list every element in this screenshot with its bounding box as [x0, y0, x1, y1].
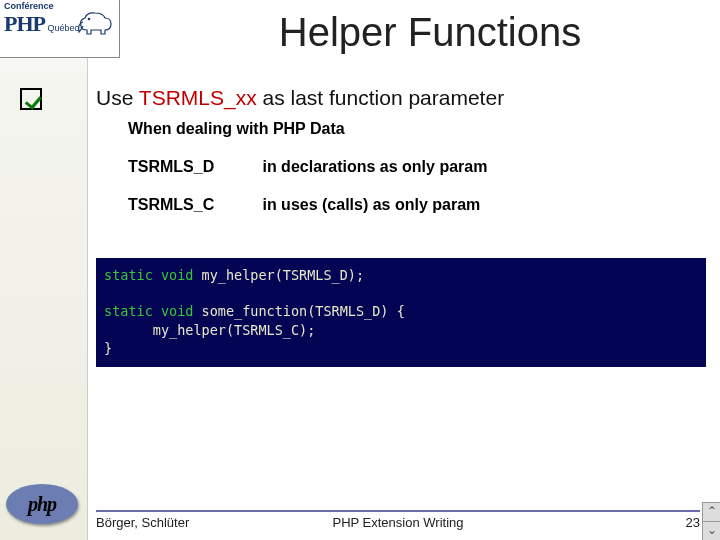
code-line3: some_function(TSRMLS_D) { — [193, 303, 404, 319]
macro-row-c: TSRMLS_C in uses (calls) as only param — [128, 196, 480, 214]
elephant-icon — [75, 6, 115, 36]
macro-key: TSRMLS_D — [128, 158, 258, 176]
sub-bullet-when: When dealing with PHP Data — [128, 120, 345, 138]
macro-desc: in uses (calls) as only param — [262, 196, 480, 213]
kw-void: void — [161, 267, 194, 283]
macro-key: TSRMLS_C — [128, 196, 258, 214]
svg-point-0 — [88, 18, 91, 21]
code-block: static void my_helper(TSRMLS_D); static … — [96, 258, 706, 367]
slide-nav: ⌃ ⌄ — [702, 502, 720, 540]
macro-desc: in declarations as only param — [262, 158, 487, 175]
main-bullet: Use TSRMLS_xx as last function parameter — [96, 86, 504, 110]
kw-void: void — [161, 303, 194, 319]
footer-title: PHP Extension Writing — [96, 515, 700, 530]
macro-row-d: TSRMLS_D in declarations as only param — [128, 158, 487, 176]
bullet-post: as last function parameter — [257, 86, 504, 109]
php-pill-text: php — [28, 493, 56, 516]
conference-logo: Conférence PHP Québec — [0, 0, 120, 58]
code-line4: my_helper(TSRMLS_C); — [104, 322, 315, 338]
kw-static: static — [104, 267, 153, 283]
footer: Börger, Schlüter PHP Extension Writing 2… — [96, 510, 700, 532]
checkmark-icon — [20, 88, 42, 110]
nav-prev-icon[interactable]: ⌃ — [702, 502, 720, 521]
footer-page: 23 — [686, 515, 700, 530]
bullet-pre: Use — [96, 86, 139, 109]
code-line5: } — [104, 340, 112, 356]
nav-next-icon[interactable]: ⌄ — [702, 521, 720, 540]
code-line1: my_helper(TSRMLS_D); — [193, 267, 364, 283]
bullet-highlight: TSRMLS_xx — [139, 86, 257, 109]
left-rail — [0, 0, 88, 540]
logo-brand: PHP — [4, 11, 45, 36]
slide-title: Helper Functions — [150, 10, 710, 55]
kw-static: static — [104, 303, 153, 319]
php-logo-icon: php — [6, 484, 78, 524]
